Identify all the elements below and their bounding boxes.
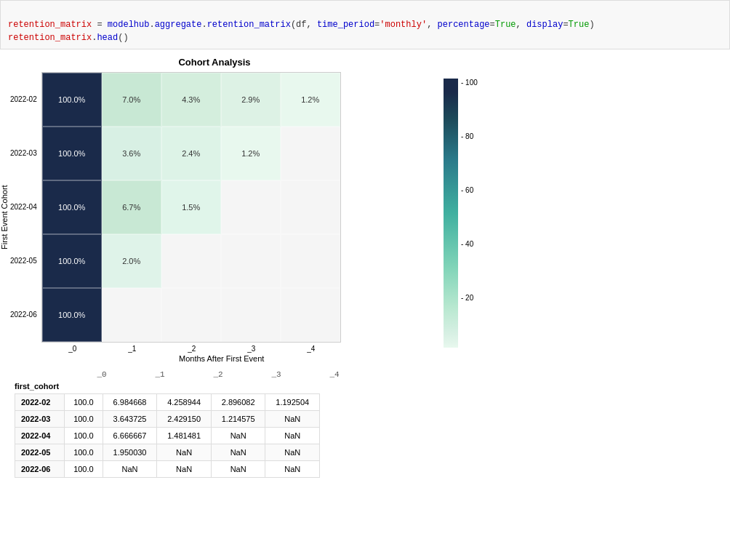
colorbar-label: - 60 — [461, 186, 473, 194]
table-col-header: _2 — [189, 370, 247, 379]
heatmap-cell — [281, 180, 340, 234]
heatmap-cell — [102, 288, 161, 342]
heatmap-cell: 100.0% — [42, 73, 102, 127]
table-col-header: _1 — [131, 370, 189, 379]
value-cell: NaN — [211, 461, 265, 478]
heatmap-cell — [281, 234, 340, 288]
chart-title: Cohort Analysis — [0, 57, 429, 68]
x-tick: _3 — [222, 343, 281, 353]
x-tick: _0 — [43, 343, 103, 353]
colorbar — [444, 79, 458, 348]
y-axis-label: First Event Cohort — [0, 108, 9, 327]
heatmap-cell: 100.0% — [42, 288, 102, 342]
value-cell: 100.0 — [65, 461, 103, 478]
heatmap-cell: 2.4% — [161, 127, 221, 180]
heatmap-cell: 1.5% — [161, 180, 221, 234]
heatmap-cell: 4.3% — [161, 73, 221, 127]
colorbar-section: - 100- 80- 60- 40- 20 — [444, 79, 502, 363]
heatmap-cell: 2.0% — [102, 234, 161, 288]
x-axis-label: Months After First Event — [103, 354, 341, 363]
heatmap-cell — [221, 288, 281, 342]
value-cell: 1.214575 — [211, 411, 265, 428]
value-cell: 100.0 — [65, 394, 103, 411]
chart-inner: First Event Cohort 2022-022022-032022-04… — [0, 72, 429, 363]
value-cell: 4.258944 — [157, 394, 212, 411]
value-cell: 100.0 — [65, 411, 103, 428]
value-cell: 2.896082 — [211, 394, 265, 411]
value-cell: 1.481481 — [157, 428, 212, 444]
x-axis: _0_1_2_3_4 Months After First Event — [43, 343, 341, 363]
value-cell: 6.984668 — [103, 394, 157, 411]
table-col-headers: _0_1_2_3_4 — [73, 370, 723, 379]
colorbar-label: - 40 — [461, 240, 473, 248]
value-cell: NaN — [265, 428, 320, 444]
heatmap-cell: 100.0% — [42, 234, 102, 288]
x-tick: _2 — [162, 343, 222, 353]
value-cell: 2.429150 — [157, 411, 212, 428]
row-label: 2022-06 — [10, 287, 40, 341]
heatmap-cell — [161, 234, 221, 288]
heatmap-cell: 1.2% — [281, 73, 340, 127]
heatmap-cell: 2.9% — [221, 73, 281, 127]
heatmap-cell: 100.0% — [42, 127, 102, 180]
row-label: 2022-04 — [10, 180, 40, 233]
table-col-header: _3 — [247, 370, 305, 379]
heatmap-cell: 6.7% — [102, 180, 161, 234]
cohort-cell: 2022-02 — [15, 394, 65, 411]
value-cell: NaN — [265, 444, 320, 461]
heatmap-cell: 1.2% — [221, 127, 281, 180]
heatmap-cell — [281, 288, 340, 342]
colorbar-label: - 80 — [461, 132, 473, 140]
table-col-header: _4 — [305, 370, 364, 379]
cohort-cell: 2022-03 — [15, 411, 65, 428]
heatmap-cell — [221, 180, 281, 234]
first-cohort-label: first_cohort — [15, 382, 723, 391]
heatmap: 100.0%7.0%4.3%2.9%1.2%100.0%3.6%2.4%1.2%… — [41, 72, 341, 343]
heatmap-cell — [161, 288, 221, 342]
row-labels: 2022-022022-032022-042022-052022-06 — [10, 72, 40, 341]
x-tick: _4 — [281, 343, 341, 353]
value-cell: 6.666667 — [103, 428, 157, 444]
heatmap-cell: 3.6% — [102, 127, 161, 180]
cohort-cell: 2022-06 — [15, 461, 65, 478]
table-row: 2022-05100.01.950030NaNNaNNaN — [15, 444, 320, 461]
cohort-cell: 2022-04 — [15, 428, 65, 444]
value-cell: NaN — [265, 461, 320, 478]
value-cell: NaN — [211, 428, 265, 444]
value-cell: NaN — [265, 411, 320, 428]
value-cell: 100.0 — [65, 428, 103, 444]
heatmap-cell: 100.0% — [42, 180, 102, 234]
table-row: 2022-03100.03.6437252.4291501.214575NaN — [15, 411, 320, 428]
heatmap-cell: 7.0% — [102, 73, 161, 127]
value-cell: 1.192504 — [265, 394, 320, 411]
code-block: retention_matrix = modelhub.aggregate.re… — [0, 0, 730, 49]
value-cell: NaN — [157, 461, 212, 478]
table-section: _0_1_2_3_4 first_cohort 2022-02100.06.98… — [0, 363, 730, 485]
table-row: 2022-02100.06.9846684.2589442.8960821.19… — [15, 394, 320, 411]
table-col-header: _0 — [73, 370, 131, 379]
value-cell: NaN — [157, 444, 212, 461]
table-row: 2022-04100.06.6666671.481481NaNNaN — [15, 428, 320, 444]
data-table: 2022-02100.06.9846684.2589442.8960821.19… — [15, 393, 320, 478]
heatmap-wrapper: 100.0%7.0%4.3%2.9%1.2%100.0%3.6%2.4%1.2%… — [41, 72, 341, 363]
value-cell: NaN — [103, 461, 157, 478]
x-tick: _1 — [103, 343, 162, 353]
colorbar-label: - 20 — [461, 294, 473, 302]
table-row: 2022-06100.0NaNNaNNaNNaN — [15, 461, 320, 478]
heatmap-cell — [221, 234, 281, 288]
row-label: 2022-02 — [10, 72, 40, 126]
cohort-cell: 2022-05 — [15, 444, 65, 461]
colorbar-label: - 100 — [461, 79, 478, 87]
row-label: 2022-03 — [10, 126, 40, 180]
value-cell: 1.950030 — [103, 444, 157, 461]
heatmap-cell — [281, 127, 340, 180]
main-content: Cohort Analysis First Event Cohort 2022-… — [0, 49, 730, 363]
x-ticks: _0_1_2_3_4 — [43, 343, 341, 353]
value-cell: NaN — [211, 444, 265, 461]
chart-area: Cohort Analysis First Event Cohort 2022-… — [0, 57, 429, 363]
row-label: 2022-05 — [10, 233, 40, 287]
value-cell: 100.0 — [65, 444, 103, 461]
value-cell: 3.643725 — [103, 411, 157, 428]
